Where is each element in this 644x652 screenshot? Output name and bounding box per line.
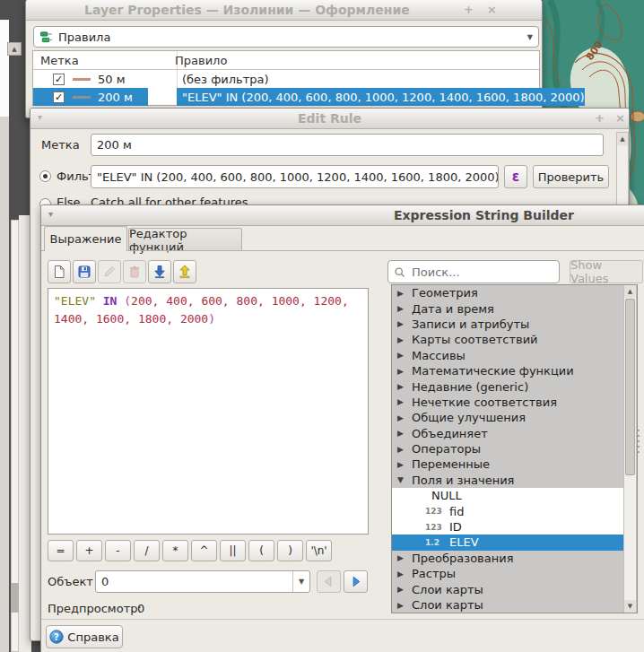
branch-closed-icon[interactable]: ▶ — [397, 445, 412, 454]
tree-group-item[interactable]: ▶Недавние (generic) — [392, 378, 623, 394]
background-scroll-up-button[interactable]: ▲ — [7, 42, 22, 56]
tree-item-label: Объединяет — [412, 427, 488, 440]
table-row[interactable]: ✓50 м(без фильтра) — [33, 70, 539, 88]
shade-icon[interactable]: ▾ — [38, 112, 42, 122]
branch-closed-icon[interactable]: ▶ — [397, 601, 412, 610]
tree-group-item[interactable]: ▶Карты соответствий — [392, 332, 623, 347]
previous-feature-button[interactable] — [317, 570, 341, 593]
filter-expression-input[interactable]: "ELEV" IN (200, 400, 600, 800, 1000, 120… — [91, 165, 499, 188]
operator-button[interactable]: - — [105, 540, 131, 561]
operator-button[interactable]: ( — [248, 540, 274, 561]
next-feature-button[interactable] — [344, 570, 368, 593]
expression-builder-titlebar[interactable]: ▾ Expression String Builder — [41, 205, 644, 226]
function-tree-scrollbar[interactable]: ▲ ▼ — [623, 285, 637, 613]
maximize-button[interactable]: + — [595, 111, 605, 125]
tree-value-item[interactable]: 123fid — [392, 503, 623, 518]
edit-rule-titlebar[interactable]: ▾ Edit Rule + × — [30, 109, 629, 129]
operator-button[interactable]: + — [76, 540, 102, 561]
operator-button[interactable]: ^ — [191, 540, 217, 561]
filter-radio[interactable] — [39, 170, 51, 182]
tree-value-item[interactable]: 123ID — [392, 519, 623, 535]
rule-checkbox[interactable]: ✓ — [53, 74, 65, 85]
tree-value-item[interactable]: NULL — [392, 488, 623, 503]
branch-closed-icon[interactable]: ▶ — [397, 351, 412, 360]
tree-item-label: Геометрия — [412, 286, 478, 300]
feature-combobox[interactable]: 0 ▼ — [95, 570, 310, 593]
branch-closed-icon[interactable]: ▶ — [397, 335, 412, 344]
arrow-up-icon — [178, 265, 192, 279]
operator-button[interactable]: * — [162, 540, 188, 561]
close-button[interactable]: × — [615, 111, 625, 125]
tree-group-item[interactable]: ▶Переменные — [392, 456, 623, 472]
expression-token: "ELEV" — [54, 294, 96, 308]
scroll-up-icon[interactable]: ▲ — [617, 133, 628, 145]
edit-rule-scrollbar[interactable]: ▲ — [616, 132, 629, 214]
branch-closed-icon[interactable]: ▶ — [397, 429, 412, 438]
search-input[interactable] — [410, 265, 548, 280]
scrollbar-thumb[interactable] — [625, 299, 635, 475]
branch-closed-icon[interactable]: ▶ — [397, 382, 412, 391]
branch-closed-icon[interactable]: ▶ — [397, 585, 412, 594]
operator-button[interactable]: || — [220, 540, 246, 561]
new-expression-button[interactable] — [48, 260, 71, 283]
shade-icon[interactable]: ▾ — [48, 209, 53, 219]
table-row[interactable]: ✓200 м"ELEV" IN (200, 400, 600, 800, 100… — [33, 88, 539, 106]
export-expression-button[interactable] — [173, 260, 196, 283]
scroll-down-icon[interactable]: ▼ — [624, 600, 636, 613]
branch-closed-icon[interactable]: ▶ — [397, 553, 412, 562]
test-filter-button[interactable]: Проверить — [533, 165, 609, 188]
tree-group-item[interactable]: ▼Поля и значения — [392, 473, 623, 488]
tree-value-item[interactable]: 1.2ELEV — [392, 535, 623, 550]
tree-group-item[interactable]: ▶Массивы — [392, 348, 623, 363]
renderer-combobox[interactable]: Правила ▼ — [33, 26, 539, 48]
show-values-button[interactable]: Show Values — [570, 260, 643, 283]
scroll-up-icon[interactable]: ▲ — [624, 285, 636, 298]
search-box[interactable] — [387, 260, 560, 283]
metka-input[interactable]: 200 м — [91, 134, 604, 156]
function-tree: ▶Геометрия▶Дата и время▶Записи и атрибут… — [391, 284, 638, 613]
branch-closed-icon[interactable]: ▶ — [397, 319, 412, 328]
save-expression-button[interactable] — [73, 260, 96, 283]
branch-closed-icon[interactable]: ▶ — [397, 397, 412, 406]
close-button[interactable]: × — [487, 3, 497, 16]
branch-closed-icon[interactable]: ▶ — [397, 367, 412, 376]
field-type-icon: 123 — [425, 507, 449, 516]
branch-closed-icon[interactable]: ▶ — [397, 460, 412, 469]
tree-group-item[interactable]: ▶Дата и время — [392, 300, 623, 316]
tree-group-item[interactable]: ▶Операторы — [392, 441, 623, 456]
chevron-down-icon[interactable]: ▼ — [292, 571, 309, 592]
tab-expression[interactable]: Выражение — [44, 226, 127, 251]
branch-open-icon[interactable]: ▼ — [397, 475, 412, 484]
branch-closed-icon[interactable]: ▶ — [397, 304, 412, 313]
branch-closed-icon[interactable]: ▶ — [397, 413, 412, 422]
branch-closed-icon[interactable]: ▶ — [397, 289, 412, 298]
tree-group-item[interactable]: ▶Объединяет — [392, 426, 623, 441]
help-button[interactable]: ? Справка — [46, 625, 123, 648]
operator-button[interactable]: '\n' — [306, 540, 332, 561]
tree-group-item[interactable]: ▶Общие улучшения — [392, 410, 623, 425]
edit-expression-button[interactable] — [98, 260, 121, 283]
tree-group-item[interactable]: ▶Слои карты — [392, 581, 623, 596]
background-scrollbar-thumb[interactable] — [11, 583, 19, 613]
branch-closed-icon[interactable]: ▶ — [397, 569, 412, 578]
operator-button[interactable]: = — [48, 540, 74, 561]
tree-group-item[interactable]: ▶Записи и атрибуты — [392, 317, 623, 332]
tree-group-item[interactable]: ▶Слои карты — [392, 597, 623, 613]
splitter-handle[interactable] — [638, 430, 640, 453]
layer-properties-titlebar[interactable]: Layer Properties — Изолинии — Оформление… — [26, 0, 542, 21]
maximize-button[interactable]: + — [464, 3, 474, 16]
expression-editor[interactable]: "ELEV" IN (200, 400, 600, 800, 1000, 120… — [48, 288, 369, 535]
import-expression-button[interactable] — [148, 260, 171, 283]
tree-group-item[interactable]: ▶Математические функции — [392, 363, 623, 378]
tree-group-item[interactable]: ▶Геометрия — [392, 285, 623, 300]
tree-group-item[interactable]: ▶Нечеткие соответствия — [392, 395, 623, 410]
tab-function-editor[interactable]: Редактор функций — [128, 228, 242, 251]
operator-button[interactable]: / — [134, 540, 160, 561]
operator-button[interactable]: ) — [277, 540, 303, 561]
metka-input-value: 200 м — [97, 138, 132, 152]
tree-group-item[interactable]: ▶Преобразования — [392, 551, 623, 566]
expression-builder-button[interactable]: ε — [504, 165, 527, 188]
rule-checkbox[interactable]: ✓ — [53, 91, 65, 103]
delete-expression-button[interactable] — [123, 260, 146, 283]
tree-group-item[interactable]: ▶Растры — [392, 566, 623, 581]
